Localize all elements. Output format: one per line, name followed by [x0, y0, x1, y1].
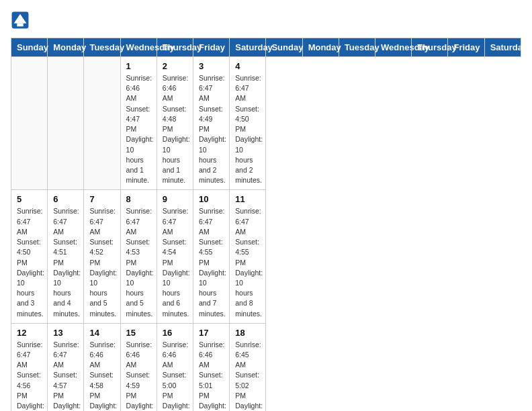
day-cell: 1Sunrise: 6:46 AM Sunset: 4:47 PM Daylig… — [120, 57, 157, 190]
day-cell: 4Sunrise: 6:47 AM Sunset: 4:50 PM Daylig… — [230, 57, 266, 190]
calendar-table: SundayMondayTuesdayWednesdayThursdayFrid… — [11, 38, 521, 411]
day-header-wednesday: Wednesday — [375, 38, 412, 57]
day-info: Sunrise: 6:45 AM Sunset: 5:02 PM Dayligh… — [235, 340, 260, 411]
day-header-saturday: Saturday — [230, 38, 266, 57]
page-header — [11, 11, 521, 30]
day-cell: 11Sunrise: 6:47 AM Sunset: 4:55 PM Dayli… — [230, 190, 266, 323]
week-row-3: 12Sunrise: 6:47 AM Sunset: 4:56 PM Dayli… — [11, 323, 521, 411]
day-info: Sunrise: 6:46 AM Sunset: 4:48 PM Dayligh… — [163, 73, 187, 185]
day-header-tuesday: Tuesday — [339, 38, 375, 57]
day-number: 5 — [17, 194, 42, 204]
day-cell: 8Sunrise: 6:47 AM Sunset: 4:53 PM Daylig… — [120, 190, 157, 323]
day-info: Sunrise: 6:47 AM Sunset: 4:50 PM Dayligh… — [235, 73, 260, 185]
day-number: 17 — [199, 328, 224, 338]
day-cell: 10Sunrise: 6:47 AM Sunset: 4:55 PM Dayli… — [193, 190, 230, 323]
day-cell: 7Sunrise: 6:47 AM Sunset: 4:52 PM Daylig… — [84, 190, 120, 323]
day-number: 12 — [17, 328, 42, 338]
day-header-friday: Friday — [193, 38, 230, 57]
day-cell: 5Sunrise: 6:47 AM Sunset: 4:50 PM Daylig… — [11, 190, 48, 323]
day-info: Sunrise: 6:47 AM Sunset: 4:52 PM Dayligh… — [89, 206, 114, 318]
day-header-friday: Friday — [448, 38, 484, 57]
day-number: 15 — [126, 328, 151, 338]
day-number: 16 — [163, 328, 187, 338]
day-cell: 2Sunrise: 6:46 AM Sunset: 4:48 PM Daylig… — [157, 57, 193, 190]
day-cell: 13Sunrise: 6:47 AM Sunset: 4:57 PM Dayli… — [48, 323, 84, 411]
day-number: 6 — [53, 194, 78, 204]
day-info: Sunrise: 6:47 AM Sunset: 4:56 PM Dayligh… — [17, 340, 42, 411]
day-info: Sunrise: 6:47 AM Sunset: 4:55 PM Dayligh… — [199, 206, 224, 318]
day-info: Sunrise: 6:46 AM Sunset: 5:00 PM Dayligh… — [163, 340, 187, 411]
day-header-saturday: Saturday — [484, 38, 521, 57]
day-cell — [84, 57, 120, 190]
week-row-2: 5Sunrise: 6:47 AM Sunset: 4:50 PM Daylig… — [11, 190, 521, 323]
header-row: SundayMondayTuesdayWednesdayThursdayFrid… — [11, 38, 521, 57]
day-number: 13 — [53, 328, 78, 338]
day-number: 3 — [199, 61, 224, 71]
day-header-tuesday: Tuesday — [84, 38, 120, 57]
day-info: Sunrise: 6:47 AM Sunset: 4:50 PM Dayligh… — [17, 206, 42, 318]
day-header-thursday: Thursday — [157, 38, 193, 57]
day-number: 14 — [89, 328, 114, 338]
day-number: 18 — [235, 328, 260, 338]
day-header-sunday: Sunday — [266, 38, 302, 57]
day-cell: 14Sunrise: 6:46 AM Sunset: 4:58 PM Dayli… — [84, 323, 120, 411]
day-cell: 15Sunrise: 6:46 AM Sunset: 4:59 PM Dayli… — [120, 323, 157, 411]
day-cell: 16Sunrise: 6:46 AM Sunset: 5:00 PM Dayli… — [157, 323, 193, 411]
day-header-monday: Monday — [302, 38, 339, 57]
logo-icon — [11, 11, 30, 30]
day-cell — [48, 57, 84, 190]
day-cell: 9Sunrise: 6:47 AM Sunset: 4:54 PM Daylig… — [157, 190, 193, 323]
logo — [11, 11, 32, 30]
day-header-monday: Monday — [48, 38, 84, 57]
day-number: 7 — [89, 194, 114, 204]
svg-rect-2 — [17, 24, 23, 27]
day-number: 11 — [235, 194, 260, 204]
day-cell: 3Sunrise: 6:47 AM Sunset: 4:49 PM Daylig… — [193, 57, 230, 190]
day-info: Sunrise: 6:47 AM Sunset: 4:54 PM Dayligh… — [163, 206, 187, 318]
day-info: Sunrise: 6:47 AM Sunset: 4:51 PM Dayligh… — [53, 206, 78, 318]
day-number: 8 — [126, 194, 151, 204]
day-number: 10 — [199, 194, 224, 204]
day-info: Sunrise: 6:46 AM Sunset: 5:01 PM Dayligh… — [199, 340, 224, 411]
day-info: Sunrise: 6:47 AM Sunset: 4:49 PM Dayligh… — [199, 73, 224, 185]
day-info: Sunrise: 6:47 AM Sunset: 4:57 PM Dayligh… — [53, 340, 78, 411]
day-number: 1 — [126, 61, 151, 71]
day-cell: 12Sunrise: 6:47 AM Sunset: 4:56 PM Dayli… — [11, 323, 48, 411]
day-info: Sunrise: 6:47 AM Sunset: 4:53 PM Dayligh… — [126, 206, 151, 318]
day-info: Sunrise: 6:46 AM Sunset: 4:58 PM Dayligh… — [89, 340, 114, 411]
day-info: Sunrise: 6:47 AM Sunset: 4:55 PM Dayligh… — [235, 206, 260, 318]
day-header-sunday: Sunday — [11, 38, 48, 57]
day-cell: 17Sunrise: 6:46 AM Sunset: 5:01 PM Dayli… — [193, 323, 230, 411]
day-info: Sunrise: 6:46 AM Sunset: 4:47 PM Dayligh… — [126, 73, 151, 185]
day-number: 2 — [163, 61, 187, 71]
day-cell: 6Sunrise: 6:47 AM Sunset: 4:51 PM Daylig… — [48, 190, 84, 323]
week-row-1: 1Sunrise: 6:46 AM Sunset: 4:47 PM Daylig… — [11, 57, 521, 190]
day-number: 4 — [235, 61, 260, 71]
day-info: Sunrise: 6:46 AM Sunset: 4:59 PM Dayligh… — [126, 340, 151, 411]
day-number: 9 — [163, 194, 187, 204]
day-header-thursday: Thursday — [412, 38, 448, 57]
day-header-wednesday: Wednesday — [120, 38, 157, 57]
day-cell — [11, 57, 48, 190]
day-cell: 18Sunrise: 6:45 AM Sunset: 5:02 PM Dayli… — [230, 323, 266, 411]
